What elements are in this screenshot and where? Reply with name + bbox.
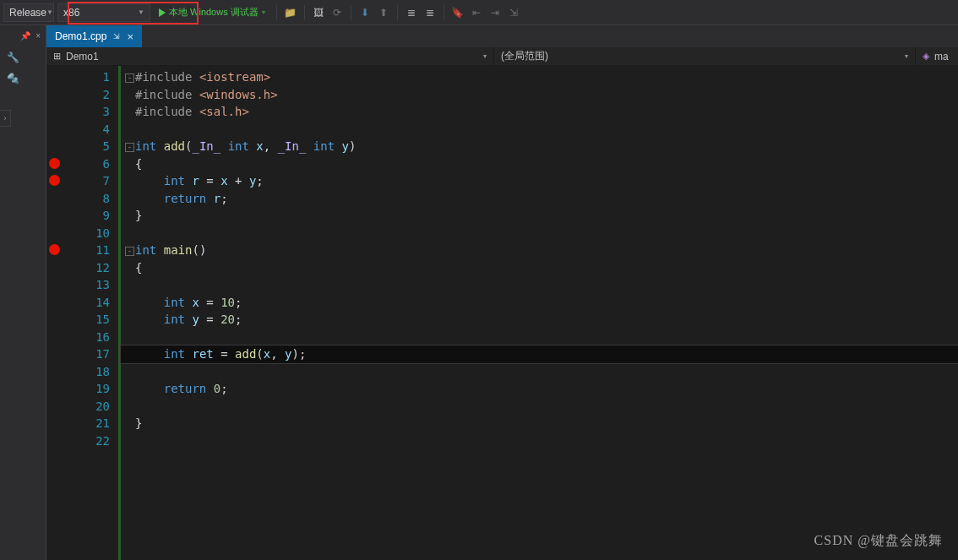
line-number: 16: [63, 329, 110, 346]
code-line[interactable]: [121, 432, 958, 450]
sidebar-header: 📌 ×: [0, 25, 46, 46]
editor-margin: 12345678910111213141516171819202122: [46, 66, 118, 560]
platform-dropdown[interactable]: x86 ▼: [57, 3, 150, 22]
wrench-icon[interactable]: 🔧: [3, 48, 22, 67]
project-name: Demo1: [66, 51, 99, 63]
line-number: 15: [63, 311, 110, 329]
tab-filename: Demo1.cpp: [55, 30, 106, 42]
code-line[interactable]: [121, 363, 958, 381]
method-icon: ◈: [923, 51, 929, 62]
chevron-down-icon: ▾: [262, 8, 265, 16]
code-line[interactable]: -int add(_In_ int x, _In_ int y): [121, 138, 958, 155]
project-dropdown[interactable]: ⊞ Demo1 ▾: [46, 47, 494, 65]
line-number: 12: [63, 259, 110, 277]
member-name: ma: [934, 51, 949, 63]
play-icon: [159, 8, 166, 17]
code-line[interactable]: #include <sal.h>: [121, 103, 958, 121]
code-line[interactable]: {: [121, 259, 958, 277]
line-number: 1: [63, 68, 110, 86]
pin-icon[interactable]: 📌: [20, 31, 30, 41]
bookmark-icon[interactable]: 🔖: [450, 5, 465, 20]
fold-toggle[interactable]: -: [125, 143, 134, 152]
line-number: 17: [63, 345, 110, 363]
cube-icon: ⊞: [53, 51, 61, 62]
code-line[interactable]: int x = 10;: [121, 294, 958, 312]
file-tab[interactable]: Demo1.cpp ⇲ ×: [46, 25, 142, 47]
line-number: 3: [63, 103, 110, 121]
config-dropdown[interactable]: Release ▼: [3, 3, 54, 22]
code-line[interactable]: return 0;: [121, 380, 958, 398]
breakpoint-icon[interactable]: [49, 244, 60, 255]
debug-label: 本地 Windows 调试器: [169, 6, 259, 19]
line-number: 5: [63, 138, 110, 155]
line-number: 21: [63, 415, 110, 432]
separator: [304, 5, 305, 20]
line-number: 19: [63, 380, 110, 398]
platform-value: x86: [63, 7, 79, 19]
line-number: 22: [63, 432, 110, 450]
line-number: 2: [63, 86, 110, 104]
scope-dropdown[interactable]: (全局范围) ▾: [494, 47, 916, 65]
code-line[interactable]: int r = x + y;: [121, 172, 958, 190]
code-line[interactable]: [121, 329, 958, 346]
nav-icon[interactable]: ⇲: [506, 5, 521, 20]
code-line[interactable]: }: [121, 415, 958, 432]
code-line[interactable]: #include <windows.h>: [121, 86, 958, 104]
separator: [397, 5, 398, 20]
separator: [276, 5, 277, 20]
chevron-down-icon: ▼: [138, 8, 144, 16]
pin-icon[interactable]: ⇲: [113, 32, 120, 41]
scope-name: (全局范围): [501, 49, 548, 63]
image-icon[interactable]: 🖼: [311, 5, 326, 20]
line-number: 13: [63, 276, 110, 294]
fold-toggle[interactable]: -: [125, 247, 134, 256]
line-number: 4: [63, 121, 110, 139]
code-line[interactable]: [121, 121, 958, 139]
line-number: 9: [63, 207, 110, 225]
step-icon[interactable]: ⬆: [376, 5, 391, 20]
code-line[interactable]: -#include <iostream>: [121, 68, 958, 86]
line-number: 6: [63, 155, 110, 173]
step-icon[interactable]: ⬇: [357, 5, 373, 20]
refresh-icon[interactable]: ⟳: [329, 5, 345, 20]
fold-toggle[interactable]: -: [125, 73, 134, 83]
watermark: CSDN @键盘会跳舞: [814, 532, 943, 550]
close-icon[interactable]: ×: [35, 31, 41, 41]
breakpoint-icon[interactable]: [49, 158, 60, 169]
line-number: 20: [63, 398, 110, 416]
code-editor[interactable]: 12345678910111213141516171819202122 -#in…: [46, 66, 958, 560]
code-line[interactable]: return r;: [121, 190, 958, 208]
code-nav-bar: ⊞ Demo1 ▾ (全局范围) ▾ ◈ ma: [46, 47, 958, 66]
main-toolbar: Release ▼ x86 ▼ 本地 Windows 调试器 ▾ 📁 🖼 ⟳ ⬇…: [0, 0, 958, 25]
collapsed-panel[interactable]: ›: [0, 110, 11, 127]
code-line[interactable]: [121, 276, 958, 294]
chevron-down-icon: ▼: [46, 8, 53, 16]
code-line[interactable]: int y = 20;: [121, 311, 958, 329]
code-line[interactable]: [121, 225, 958, 242]
member-dropdown[interactable]: ◈ ma: [916, 47, 958, 65]
line-number: 8: [63, 190, 110, 208]
gear-icon[interactable]: 🔩: [3, 69, 22, 88]
code-line[interactable]: -int main(): [121, 242, 958, 259]
close-icon[interactable]: ×: [127, 30, 133, 43]
start-debug-button[interactable]: 本地 Windows 调试器 ▾: [154, 3, 270, 22]
nav-icon[interactable]: ⇤: [469, 5, 484, 20]
line-number: 10: [63, 225, 110, 242]
line-number: 7: [63, 172, 110, 190]
code-line[interactable]: {: [121, 155, 958, 173]
folder-icon[interactable]: 📁: [283, 5, 298, 20]
breakpoint-icon[interactable]: [49, 175, 60, 186]
code-line[interactable]: int ret = add(x, y);: [121, 345, 958, 363]
line-number: 18: [63, 363, 110, 381]
chevron-down-icon: ▾: [483, 52, 487, 60]
indent-icon[interactable]: ≣: [422, 5, 438, 20]
line-number: 14: [63, 294, 110, 312]
code-line[interactable]: [121, 398, 958, 416]
nav-icon[interactable]: ⇥: [487, 5, 503, 20]
outdent-icon[interactable]: ≣: [404, 5, 419, 20]
config-value: Release: [9, 7, 46, 19]
chevron-down-icon: ▾: [905, 52, 908, 60]
line-number: 11: [63, 242, 110, 259]
code-line[interactable]: }: [121, 207, 958, 225]
separator: [444, 5, 444, 20]
